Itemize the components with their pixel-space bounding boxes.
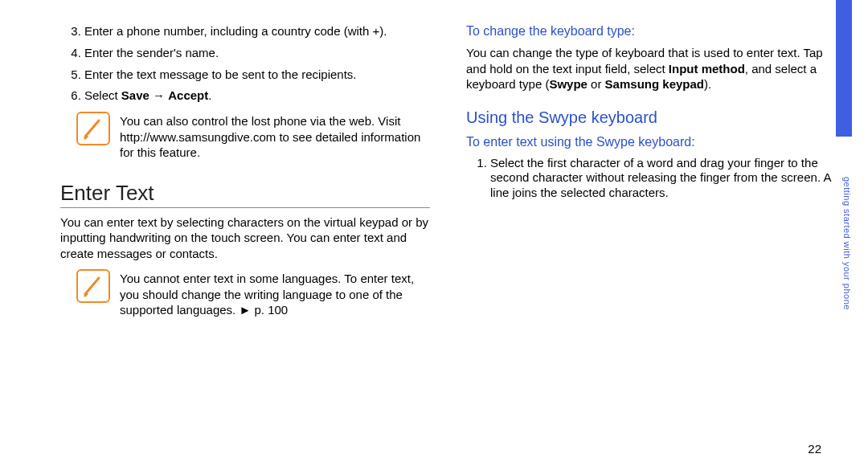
text: ).: [704, 77, 711, 91]
step-text: Enter the text message to be sent to the…: [84, 67, 357, 81]
note-box-2: You cannot enter text in some languages.…: [76, 269, 430, 318]
bold: Swype: [549, 77, 588, 91]
note-text: You can also control the lost phone via …: [120, 112, 430, 161]
section-subheading: Using the Swype keyboard: [466, 108, 836, 127]
bold: Samsung keypad: [605, 77, 704, 91]
note-text: You cannot enter text in some languages.…: [120, 269, 430, 318]
side-tab-color: [836, 0, 852, 137]
body-paragraph: You can change the type of keyboard that…: [466, 45, 836, 92]
text: or: [588, 77, 605, 91]
page: Enter a phone number, including a countr…: [0, 0, 868, 470]
content-columns: Enter a phone number, including a countr…: [0, 0, 868, 334]
text: .: [208, 88, 211, 102]
step-text: Select Save → Accept.: [84, 88, 211, 102]
section-heading: Enter Text: [60, 181, 430, 206]
note-icon: [76, 112, 110, 145]
step-6: Select Save → Accept.: [84, 88, 430, 104]
step-list-left: Enter a phone number, including a countr…: [60, 24, 430, 104]
side-tab-label: getting started with your phone: [836, 177, 852, 354]
arrow-icon: →: [149, 88, 168, 102]
text: Select: [84, 88, 121, 102]
note-box-1: You can also control the lost phone via …: [76, 112, 430, 161]
sub-heading: To change the keyboard type:: [466, 24, 836, 39]
left-column: Enter a phone number, including a countr…: [60, 24, 430, 334]
bold: Input method: [669, 62, 745, 76]
step-5: Enter the text message to be sent to the…: [84, 67, 430, 83]
right-column: To change the keyboard type: You can cha…: [466, 24, 836, 334]
bold: Save: [121, 88, 149, 102]
step-text: Enter a phone number, including a countr…: [84, 24, 387, 38]
page-number: 22: [808, 442, 821, 456]
step-text: Select the first character of a word and…: [490, 156, 831, 200]
side-tab: getting started with your phone: [836, 0, 852, 470]
sub-heading: To enter text using the Swype keyboard:: [466, 135, 836, 149]
body-paragraph: You can enter text by selecting characte…: [60, 215, 430, 262]
step-3: Enter a phone number, including a countr…: [84, 24, 430, 39]
step-text: Enter the sender's name.: [84, 46, 219, 59]
note-icon: [76, 269, 110, 303]
step-1: Select the first character of a word and…: [490, 156, 836, 201]
bold: Accept: [168, 88, 208, 102]
step-list-right: Select the first character of a word and…: [466, 156, 836, 201]
section-rule: [60, 207, 430, 208]
step-4: Enter the sender's name.: [84, 46, 430, 61]
